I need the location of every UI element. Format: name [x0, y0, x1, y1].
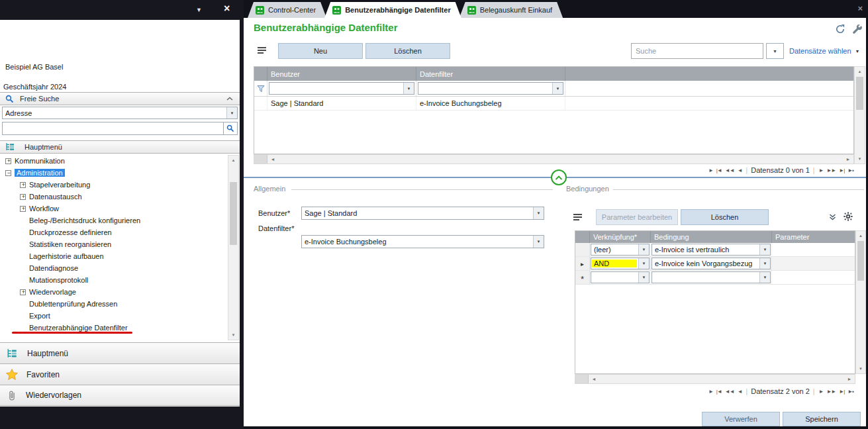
pager-last-icon[interactable] — [838, 389, 845, 395]
scrollbar-thumb[interactable] — [230, 182, 237, 245]
verknuepfung-combo[interactable] — [591, 271, 650, 283]
pager-next-icon[interactable] — [818, 167, 824, 173]
column-header-datenfilter[interactable]: Datenfilter — [416, 67, 565, 81]
expand-icon[interactable] — [5, 158, 11, 164]
benutzer-combo[interactable]: Sage | Standard — [301, 207, 544, 220]
tree-item-mutationsprotokoll[interactable]: Mutationsprotokoll — [0, 274, 228, 286]
conditions-delete-button[interactable]: Löschen — [681, 209, 769, 225]
tree-item-export[interactable]: Export — [0, 310, 228, 322]
dropdown-arrow-icon[interactable] — [638, 244, 649, 255]
tree-item-beleg-berichtsdruck[interactable]: Beleg-/Berichtsdruck konfigurieren — [0, 215, 228, 226]
dropdown-arrow-icon[interactable] — [638, 272, 649, 283]
tree-item-druckprozesse[interactable]: Druckprozesse definieren — [0, 226, 228, 238]
pager-first-icon[interactable] — [716, 389, 722, 395]
conditions-vertical-scrollbar[interactable] — [855, 230, 866, 374]
pager-fast-next-icon[interactable] — [826, 167, 836, 173]
free-search-button[interactable] — [223, 122, 237, 134]
tree-scrollbar[interactable] — [228, 155, 239, 340]
expand-icon[interactable] — [20, 206, 26, 212]
dropdown-arrow-icon[interactable] — [552, 83, 563, 94]
tree-item-dublettenpruefung[interactable]: Dublettenprüfung Adressen — [0, 298, 228, 310]
verknuepfung-combo[interactable]: (leer) — [591, 244, 650, 256]
tree-item-lagerhistorie[interactable]: Lagerhistorie aufbauen — [0, 250, 228, 262]
scroll-down-icon[interactable] — [856, 364, 865, 373]
free-search-input[interactable] — [3, 123, 223, 134]
dropdown-arrow-icon[interactable] — [226, 107, 237, 119]
filter-dropdown-button[interactable] — [766, 43, 784, 59]
dropdown-arrow-icon[interactable] — [759, 244, 770, 255]
pager-new-icon[interactable] — [847, 167, 854, 173]
datenfilter-combo[interactable]: e-Invoice Buchungsbeleg — [301, 235, 544, 248]
dropdown-ar[interactable] — [533, 207, 544, 219]
collapse-detail-button[interactable] — [551, 169, 567, 185]
condition-row-2-current[interactable]: AND e-Invoice kein Vorgangsbezug — [575, 257, 855, 271]
grid-horizontal-scrollbar[interactable] — [254, 154, 854, 164]
bedingung-combo[interactable]: e-Invoice kein Vorgangsbezug — [651, 258, 771, 269]
pager-fast-prev-icon[interactable] — [724, 389, 735, 395]
scrollbar-thumb[interactable] — [857, 241, 864, 281]
sidebar-button-wiedervorlagen[interactable]: Wiedervorlagen — [0, 385, 240, 406]
save-button[interactable]: Speichern — [783, 412, 861, 426]
expand-icon[interactable] — [20, 289, 26, 295]
column-header-verknuepfung[interactable]: Verknüpfung* — [590, 231, 651, 243]
sidebar-collapse-icon[interactable] — [196, 7, 202, 13]
tree-item-datenaustausch[interactable]: Datenaustausch — [0, 191, 228, 203]
sidebar-button-hauptmenu[interactable]: Hauptmenü — [0, 342, 240, 363]
verknuepfung-combo[interactable]: AND — [591, 258, 650, 269]
records-select[interactable]: Datensätze wählen — [789, 43, 860, 59]
scroll-right-icon[interactable] — [844, 375, 855, 383]
wrench-icon[interactable] — [852, 24, 862, 34]
new-button[interactable]: Neu — [278, 43, 363, 59]
tree-item-datendiagnose[interactable]: Datendiagnose — [0, 262, 228, 274]
dropdown-arrow-icon[interactable] — [403, 83, 414, 94]
pager-current-icon[interactable] — [708, 167, 714, 173]
main-menu-header[interactable]: Hauptmenü — [0, 140, 240, 154]
menu-icon[interactable] — [257, 46, 267, 54]
grid-row[interactable]: Sage | Standard e-Invoice Buchungsbeleg — [254, 97, 853, 111]
delete-button[interactable]: Löschen — [365, 43, 450, 59]
expand-icon[interactable] — [20, 194, 26, 200]
pager-prev-icon[interactable] — [737, 167, 743, 173]
conditions-horizontal-scrollbar[interactable] — [575, 374, 855, 384]
pager-first-icon[interactable] — [716, 167, 722, 173]
dropdown-arrow-icon[interactable] — [759, 272, 770, 283]
scrollbar-thumb[interactable] — [856, 77, 863, 110]
tree-item-administration[interactable]: Administration — [0, 167, 228, 179]
column-header-benutzer[interactable]: Benutzer — [267, 67, 416, 81]
bedingung-combo[interactable] — [651, 271, 771, 283]
pager-current-icon[interactable] — [708, 389, 714, 395]
dropdown-arrow-icon[interactable] — [638, 258, 649, 269]
collapse-icon[interactable] — [5, 170, 11, 176]
filter-datenfilter-combo[interactable] — [418, 82, 563, 95]
pager-prev-icon[interactable] — [737, 389, 743, 395]
discard-button[interactable]: Verwerfen — [702, 412, 780, 426]
pager-fast-next-icon[interactable] — [826, 389, 836, 395]
tab-control-center[interactable]: Control-Center — [248, 2, 326, 18]
chevron-up-icon[interactable] — [226, 97, 233, 101]
scroll-left-icon[interactable] — [267, 155, 278, 164]
grid-vertical-scrollbar[interactable] — [854, 66, 865, 164]
gear-icon[interactable] — [844, 212, 853, 221]
dropdown-arrow-icon[interactable] — [533, 236, 544, 248]
expand-icon[interactable] — [20, 182, 26, 188]
tree-item-statistiken[interactable]: Statistiken reorganisieren — [0, 238, 228, 250]
scroll-up-icon[interactable] — [856, 231, 865, 240]
sidebar-close-icon[interactable] — [224, 3, 230, 15]
free-search-header[interactable]: Freie Suche — [0, 92, 240, 105]
refresh-icon[interactable] — [835, 24, 845, 34]
tab-belegauskunft-einkauf[interactable]: Belegauskunft Einkauf — [459, 2, 563, 18]
pager-next-icon[interactable] — [818, 389, 824, 395]
sidebar-button-favoriten[interactable]: Favoriten — [0, 363, 240, 385]
scroll-up-icon[interactable] — [855, 67, 865, 76]
tree-item-stapelverarbeitung[interactable]: Stapelverarbeitung — [0, 179, 228, 191]
scroll-left-icon[interactable] — [589, 375, 599, 383]
condition-row-new[interactable]: * — [575, 271, 855, 285]
address-type-select[interactable]: Adresse — [2, 107, 238, 119]
scroll-right-icon[interactable] — [843, 155, 853, 164]
dropdown-arrow-icon[interactable] — [759, 258, 770, 269]
pager-last-icon[interactable] — [838, 167, 845, 173]
scroll-down-icon[interactable] — [855, 154, 865, 164]
double-chevron-down-icon[interactable] — [829, 214, 836, 220]
tree-item-wiedervorlage[interactable]: Wiedervorlage — [0, 286, 228, 298]
pager-new-icon[interactable] — [847, 389, 854, 395]
